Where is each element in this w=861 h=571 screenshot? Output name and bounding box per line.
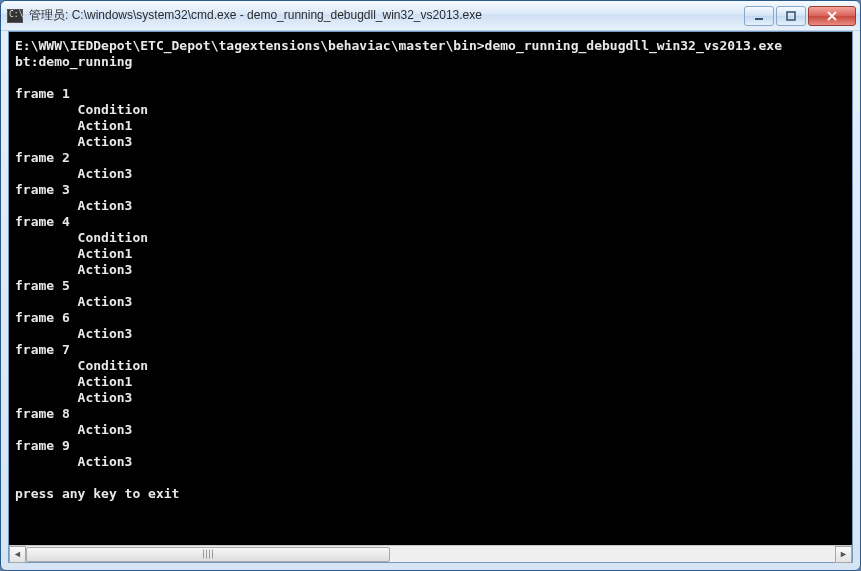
horizontal-scrollbar[interactable]: ◄ ►: [9, 545, 852, 562]
window-controls: [744, 6, 856, 26]
cmd-window: 管理员: C:\windows\system32\cmd.exe - demo_…: [0, 0, 861, 571]
cmd-icon: [7, 9, 23, 23]
console-output[interactable]: E:\WWW\IEDDepot\ETC_Depot\tagextensions\…: [9, 32, 852, 545]
scroll-right-button[interactable]: ►: [835, 546, 852, 563]
svg-rect-1: [787, 12, 795, 20]
svg-rect-0: [755, 18, 763, 20]
titlebar[interactable]: 管理员: C:\windows\system32\cmd.exe - demo_…: [1, 1, 860, 31]
close-button[interactable]: [808, 6, 856, 26]
minimize-button[interactable]: [744, 6, 774, 26]
client-area: E:\WWW\IEDDepot\ETC_Depot\tagextensions\…: [8, 31, 853, 563]
window-title: 管理员: C:\windows\system32\cmd.exe - demo_…: [29, 7, 744, 24]
scroll-thumb[interactable]: [26, 547, 390, 562]
console-viewport: E:\WWW\IEDDepot\ETC_Depot\tagextensions\…: [9, 32, 852, 545]
scroll-track[interactable]: [26, 546, 835, 563]
maximize-button[interactable]: [776, 6, 806, 26]
scroll-left-button[interactable]: ◄: [9, 546, 26, 563]
